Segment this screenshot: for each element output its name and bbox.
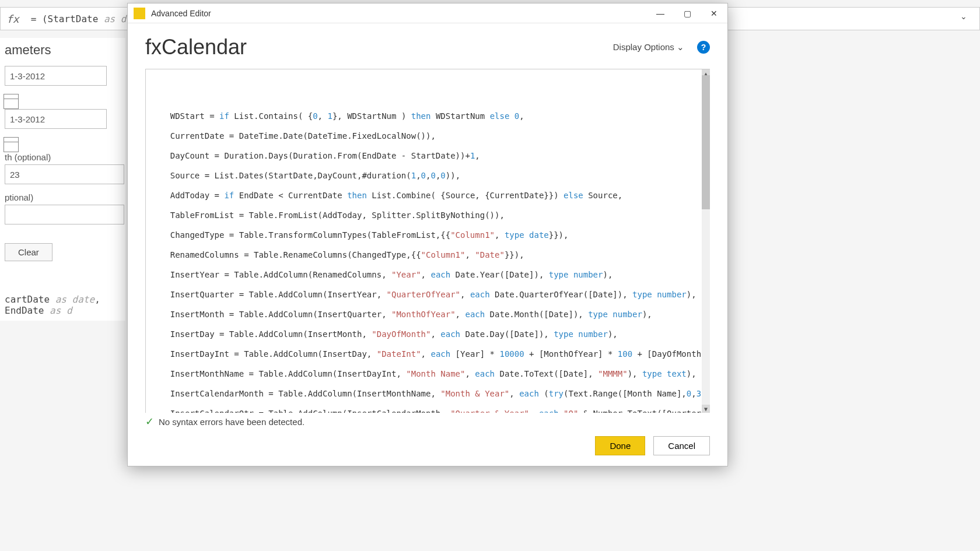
parameters-panel: ameters th (optional) ptional) Clear car… xyxy=(0,38,125,321)
side-code-preview: cartDate as date, EndDate as d xyxy=(5,294,121,316)
optional-field-1[interactable] xyxy=(5,164,124,184)
help-icon[interactable]: ? xyxy=(697,41,710,54)
window-title: Advanced Editor xyxy=(151,9,647,18)
powerbi-icon xyxy=(134,8,145,19)
minimize-button[interactable]: — xyxy=(647,3,674,23)
chevron-down-icon: ⌄ xyxy=(677,42,684,52)
cancel-button[interactable]: Cancel xyxy=(653,436,710,455)
code-content[interactable]: WDStart = if List.Contains( {0, 1}, WDSt… xyxy=(146,99,710,413)
status-text: No syntax errors have been detected. xyxy=(159,417,304,427)
query-name: fxCalendar xyxy=(145,35,613,59)
clear-button[interactable]: Clear xyxy=(5,243,52,261)
done-button[interactable]: Done xyxy=(595,436,645,455)
display-options-dropdown[interactable]: Display Options ⌄ xyxy=(613,42,684,52)
code-editor[interactable]: ▲ ▼ WDStart = if List.Contains( {0, 1}, … xyxy=(145,69,710,413)
check-icon: ✓ xyxy=(145,415,154,428)
optional-field-2[interactable] xyxy=(5,205,124,224)
title-bar: Advanced Editor — ▢ ✕ xyxy=(128,3,727,23)
parameters-heading: ameters xyxy=(5,43,121,58)
scroll-down-arrow[interactable]: ▼ xyxy=(702,405,710,413)
optional-label-2: ptional) xyxy=(5,192,121,202)
optional-label-1: th (optional) xyxy=(5,152,121,162)
advanced-editor-dialog: Advanced Editor — ▢ ✕ fxCalendar Display… xyxy=(127,3,728,466)
maximize-button[interactable]: ▢ xyxy=(674,3,701,23)
scrollbar-track[interactable]: ▲ ▼ xyxy=(702,69,710,413)
expand-down-icon[interactable]: ⌄ xyxy=(960,12,967,21)
close-button[interactable]: ✕ xyxy=(701,3,727,23)
start-date-field[interactable] xyxy=(5,66,107,86)
scrollbar-thumb[interactable] xyxy=(702,75,710,209)
fx-label: fx xyxy=(6,13,19,25)
syntax-status: ✓ No syntax errors have been detected. xyxy=(128,413,727,430)
end-date-field[interactable] xyxy=(5,109,107,129)
calendar-icon[interactable] xyxy=(4,94,19,109)
calendar-icon[interactable] xyxy=(4,137,19,152)
